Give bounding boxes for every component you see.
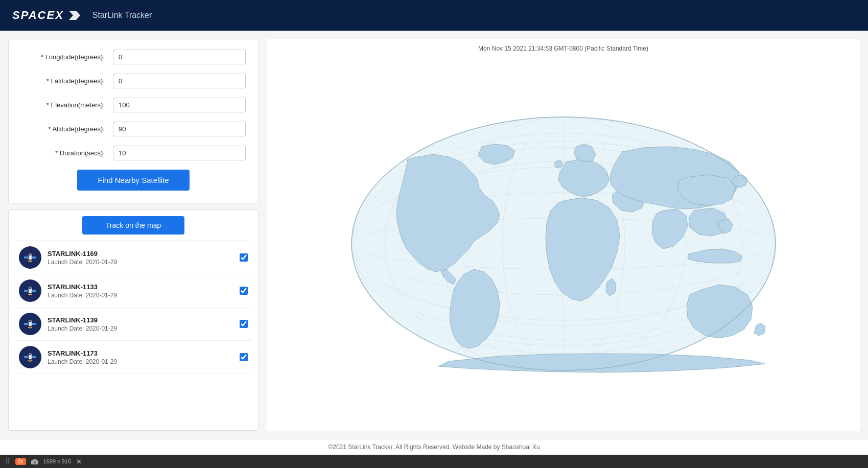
logo: SPACEX StarLink Tracker bbox=[12, 9, 152, 22]
svg-rect-37 bbox=[33, 459, 36, 461]
satellite-info: STARLINK-1133 Launch Date: 2020-01-29 bbox=[48, 283, 233, 299]
altitude-input[interactable] bbox=[113, 122, 246, 136]
latitude-row: * Latitude(degrees): bbox=[21, 74, 246, 88]
satellite-checkbox[interactable] bbox=[240, 320, 248, 328]
satellite-icon bbox=[19, 346, 41, 368]
left-panel: * Longitude(degrees): * Latitude(degrees… bbox=[8, 39, 259, 431]
satellite-launch-date: Launch Date: 2020-01-29 bbox=[48, 292, 233, 299]
svg-rect-20 bbox=[24, 356, 28, 358]
longitude-row: * Longitude(degrees): bbox=[21, 50, 246, 64]
satellite-launch-date: Launch Date: 2020-01-29 bbox=[48, 259, 233, 266]
satellite-name: STARLINK-1169 bbox=[48, 250, 233, 258]
camera-icon-group bbox=[31, 459, 38, 464]
satellite-name: STARLINK-1173 bbox=[48, 349, 233, 357]
duration-row: * Duration(secs): bbox=[21, 146, 246, 160]
satellite-list-card: Track on the map STARLINK-1169 Launch Da… bbox=[8, 209, 259, 431]
elevation-label: * Elevation(meters): bbox=[21, 101, 113, 109]
svg-rect-21 bbox=[32, 356, 36, 358]
satellite-item: STARLINK-1133 Launch Date: 2020-01-29 bbox=[15, 274, 252, 308]
bottom-bar-dots: ⠿ bbox=[5, 457, 10, 465]
world-map-container bbox=[267, 56, 860, 431]
main-layout: * Longitude(degrees): * Latitude(degrees… bbox=[0, 31, 868, 439]
satellite-item: STARLINK-1139 Launch Date: 2020-01-29 bbox=[15, 308, 252, 341]
altitude-row: * Altitude(degrees): bbox=[21, 122, 246, 136]
satellite-icon bbox=[19, 246, 41, 269]
svg-marker-0 bbox=[69, 11, 80, 20]
satellite-info: STARLINK-1173 Launch Date: 2020-01-29 bbox=[48, 349, 233, 365]
satellite-name: STARLINK-1139 bbox=[48, 316, 233, 324]
satellite-name: STARLINK-1133 bbox=[48, 283, 233, 291]
satellite-item: STARLINK-1169 Launch Date: 2020-01-29 bbox=[15, 241, 252, 274]
svg-point-36 bbox=[33, 461, 36, 463]
longitude-input[interactable] bbox=[113, 50, 246, 64]
longitude-label: * Longitude(degrees): bbox=[21, 53, 113, 61]
duration-label: * Duration(secs): bbox=[21, 149, 113, 157]
satellite-list: STARLINK-1169 Launch Date: 2020-01-29 ST… bbox=[15, 241, 252, 430]
elevation-input[interactable] bbox=[113, 98, 246, 112]
svg-rect-14 bbox=[24, 323, 28, 325]
latitude-input[interactable] bbox=[113, 74, 246, 88]
satellite-checkbox[interactable] bbox=[240, 253, 248, 262]
timer-badge: 0s bbox=[15, 458, 26, 465]
satellite-info: STARLINK-1139 Launch Date: 2020-01-29 bbox=[48, 316, 233, 332]
world-map-svg bbox=[346, 111, 781, 377]
brand-name: SPACEX bbox=[12, 9, 64, 22]
app-header: SPACEX StarLink Tracker bbox=[0, 0, 868, 31]
app-title: StarLink Tracker bbox=[92, 11, 152, 20]
track-map-button[interactable]: Track on the map bbox=[82, 216, 184, 235]
camera-icon bbox=[31, 459, 38, 464]
footer-text: ©2021 StarLink Tracker. All Rights Reser… bbox=[328, 443, 539, 451]
satellite-launch-date: Launch Date: 2020-01-29 bbox=[48, 325, 233, 332]
satellite-launch-date: Launch Date: 2020-01-29 bbox=[48, 358, 233, 365]
satellite-item: STARLINK-1173 Launch Date: 2020-01-29 bbox=[15, 341, 252, 374]
satellite-info: STARLINK-1169 Launch Date: 2020-01-29 bbox=[48, 250, 233, 266]
page-footer: ©2021 StarLink Tracker. All Rights Reser… bbox=[0, 439, 868, 455]
duration-input[interactable] bbox=[113, 146, 246, 160]
svg-rect-2 bbox=[24, 256, 28, 259]
spacex-chevron-icon bbox=[69, 11, 80, 20]
svg-rect-3 bbox=[32, 256, 36, 259]
svg-rect-15 bbox=[32, 323, 36, 325]
dimension-display: 868 x 468 bbox=[43, 458, 71, 464]
satellite-icon bbox=[19, 279, 41, 302]
elevation-row: * Elevation(meters): bbox=[21, 98, 246, 112]
map-timestamp: Mon Nov 15 2021 21:34:53 GMT-0800 (Pacif… bbox=[478, 45, 648, 52]
latitude-label: * Latitude(degrees): bbox=[21, 77, 113, 85]
satellite-checkbox[interactable] bbox=[240, 287, 248, 295]
svg-rect-9 bbox=[32, 290, 36, 292]
map-panel: Mon Nov 15 2021 21:34:53 GMT-0800 (Pacif… bbox=[267, 39, 860, 431]
find-satellite-button[interactable]: Find Nearby Satellite bbox=[77, 170, 190, 191]
satellite-icon bbox=[19, 313, 41, 335]
svg-rect-8 bbox=[24, 290, 28, 292]
search-form: * Longitude(degrees): * Latitude(degrees… bbox=[8, 39, 259, 203]
satellite-checkbox[interactable] bbox=[240, 353, 248, 361]
altitude-label: * Altitude(degrees): bbox=[21, 125, 113, 133]
bottom-bar: ⠿ 0s 868 x 468 ✕ bbox=[0, 455, 868, 468]
close-button[interactable]: ✕ bbox=[76, 458, 82, 465]
